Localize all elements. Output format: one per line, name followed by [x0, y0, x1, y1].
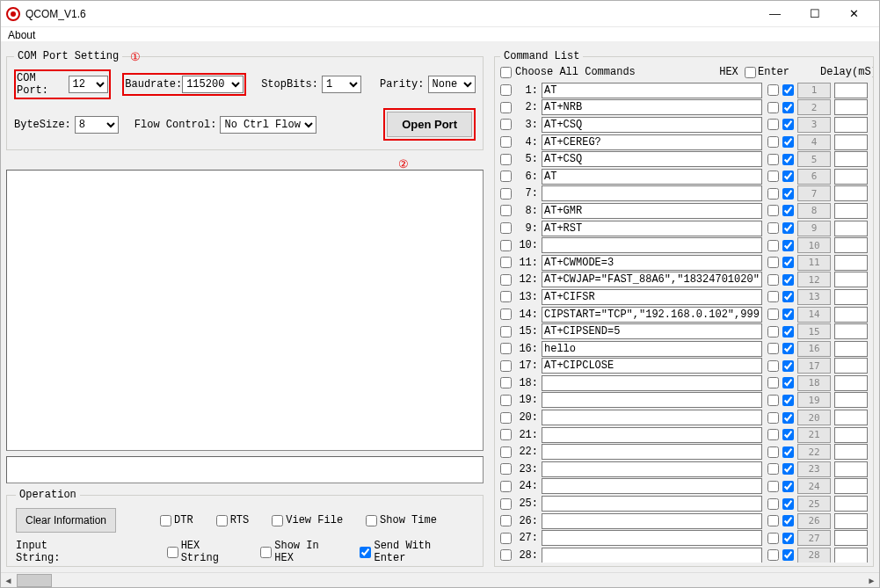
command-select-checkbox[interactable]	[500, 188, 512, 200]
command-enter-checkbox[interactable]	[782, 136, 794, 148]
command-send-button[interactable]: 17	[797, 358, 831, 374]
command-delay-input[interactable]	[834, 478, 868, 494]
command-hex-checkbox[interactable]	[767, 240, 779, 251]
flowcontrol-select[interactable]: No Ctrl Flow	[220, 116, 316, 134]
command-select-checkbox[interactable]	[500, 240, 512, 251]
command-enter-checkbox[interactable]	[782, 309, 794, 320]
rts-checkbox[interactable]: RTS	[216, 514, 250, 526]
command-select-checkbox[interactable]	[500, 291, 512, 302]
command-delay-input[interactable]	[834, 530, 868, 546]
command-enter-checkbox[interactable]	[782, 326, 794, 338]
command-text-input[interactable]	[542, 134, 762, 150]
command-select-checkbox[interactable]	[500, 481, 512, 492]
scrollbar-thumb[interactable]	[17, 574, 52, 587]
command-text-input[interactable]	[542, 513, 762, 529]
command-text-input[interactable]	[542, 444, 762, 460]
command-delay-input[interactable]	[834, 410, 868, 425]
command-text-input[interactable]	[542, 151, 762, 167]
command-send-button[interactable]: 27	[797, 530, 831, 546]
command-send-button[interactable]: 19	[797, 392, 831, 408]
command-send-button[interactable]: 4	[797, 134, 831, 150]
command-hex-checkbox[interactable]	[767, 102, 779, 113]
command-hex-checkbox[interactable]	[767, 274, 779, 286]
command-send-button[interactable]: 28	[797, 548, 831, 563]
maximize-button[interactable]: ☐	[795, 2, 834, 26]
command-hex-checkbox[interactable]	[767, 291, 779, 302]
command-send-button[interactable]: 10	[797, 237, 831, 253]
command-select-checkbox[interactable]	[500, 463, 512, 475]
command-select-checkbox[interactable]	[500, 549, 512, 561]
command-select-checkbox[interactable]	[500, 171, 512, 182]
command-delay-input[interactable]	[834, 323, 868, 339]
show-in-hex-checkbox[interactable]: Show In HEX	[260, 540, 337, 564]
command-delay-input[interactable]	[834, 307, 868, 323]
command-text-input[interactable]	[542, 289, 762, 305]
command-hex-checkbox[interactable]	[767, 136, 779, 148]
command-delay-input[interactable]	[834, 99, 868, 115]
send-with-enter-checkbox[interactable]: Send With Enter	[360, 540, 460, 564]
command-hex-checkbox[interactable]	[767, 395, 779, 406]
horizontal-scrollbar[interactable]: ◄ ►	[1, 572, 879, 587]
command-text-input[interactable]	[542, 548, 762, 563]
command-select-checkbox[interactable]	[500, 446, 512, 458]
command-delay-input[interactable]	[834, 203, 868, 219]
command-text-input[interactable]	[542, 83, 762, 98]
command-select-checkbox[interactable]	[500, 84, 512, 96]
command-select-checkbox[interactable]	[500, 274, 512, 286]
command-delay-input[interactable]	[834, 513, 868, 529]
command-text-input[interactable]	[542, 255, 762, 271]
command-hex-checkbox[interactable]	[767, 84, 779, 96]
command-send-button[interactable]: 2	[797, 99, 831, 115]
command-text-input[interactable]	[542, 530, 762, 546]
command-enter-checkbox[interactable]	[782, 463, 794, 475]
command-enter-checkbox[interactable]	[782, 515, 794, 526]
scroll-right-arrow-icon[interactable]: ►	[864, 574, 879, 587]
command-hex-checkbox[interactable]	[767, 498, 779, 510]
command-select-checkbox[interactable]	[500, 412, 512, 424]
command-select-checkbox[interactable]	[500, 533, 512, 544]
command-delay-input[interactable]	[834, 548, 868, 563]
command-text-input[interactable]	[542, 341, 762, 357]
command-hex-checkbox[interactable]	[767, 446, 779, 458]
command-send-button[interactable]: 6	[797, 169, 831, 185]
command-send-button[interactable]: 21	[797, 427, 831, 443]
command-delay-input[interactable]	[834, 272, 868, 287]
command-hex-checkbox[interactable]	[767, 429, 779, 440]
command-delay-input[interactable]	[834, 375, 868, 391]
command-delay-input[interactable]	[834, 358, 868, 374]
command-send-button[interactable]: 23	[797, 461, 831, 477]
command-delay-input[interactable]	[834, 151, 868, 167]
view-file-checkbox[interactable]: View File	[272, 514, 343, 526]
command-text-input[interactable]	[542, 307, 762, 323]
command-select-checkbox[interactable]	[500, 377, 512, 388]
menu-about[interactable]: About	[8, 29, 35, 41]
command-delay-input[interactable]	[834, 83, 868, 98]
command-send-button[interactable]: 5	[797, 151, 831, 167]
command-send-button[interactable]: 24	[797, 478, 831, 494]
command-select-checkbox[interactable]	[500, 498, 512, 510]
show-time-checkbox[interactable]: Show Time	[366, 514, 437, 526]
command-send-button[interactable]: 25	[797, 496, 831, 512]
minimize-button[interactable]: —	[755, 2, 795, 26]
command-select-checkbox[interactable]	[500, 429, 512, 440]
clear-information-button[interactable]: Clear Information	[16, 508, 116, 533]
command-hex-checkbox[interactable]	[767, 222, 779, 234]
command-send-button[interactable]: 11	[797, 255, 831, 271]
command-enter-checkbox[interactable]	[782, 240, 794, 251]
command-select-checkbox[interactable]	[500, 309, 512, 320]
command-delay-input[interactable]	[834, 496, 868, 512]
hex-string-checkbox[interactable]: HEX String	[167, 540, 238, 564]
command-text-input[interactable]	[542, 221, 762, 236]
command-enter-checkbox[interactable]	[782, 84, 794, 96]
bytesize-select[interactable]: 8	[75, 116, 119, 134]
command-send-button[interactable]: 9	[797, 221, 831, 236]
command-text-input[interactable]	[542, 392, 762, 408]
command-text-input[interactable]	[542, 461, 762, 477]
command-delay-input[interactable]	[834, 237, 868, 253]
command-delay-input[interactable]	[834, 185, 868, 201]
command-send-button[interactable]: 13	[797, 289, 831, 305]
log-output-area[interactable]	[6, 170, 484, 451]
command-enter-checkbox[interactable]	[782, 205, 794, 216]
command-send-button[interactable]: 22	[797, 444, 831, 460]
command-enter-checkbox[interactable]	[782, 360, 794, 372]
